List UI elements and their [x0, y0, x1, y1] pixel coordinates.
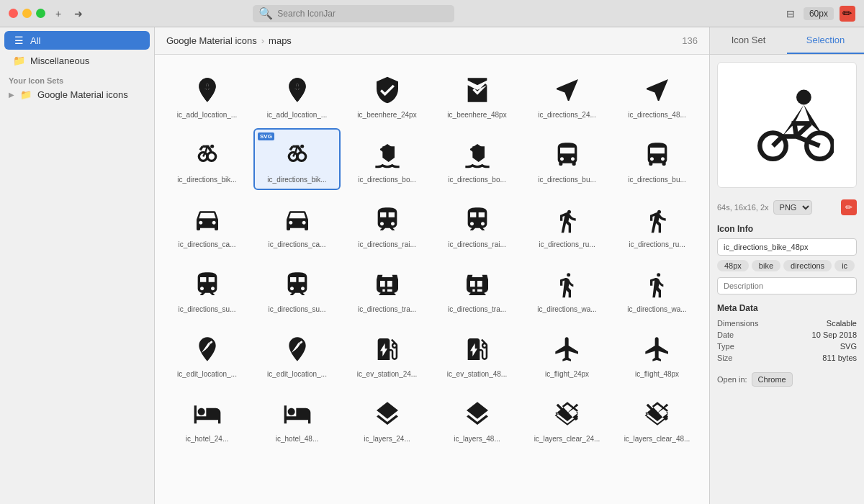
close-button[interactable] [9, 9, 18, 18]
tag[interactable]: bike [752, 260, 780, 271]
icon-image [279, 72, 315, 108]
tag[interactable]: 48px [717, 260, 749, 271]
icon-label: ic_directions_tra... [448, 305, 506, 314]
icon-image [459, 331, 495, 367]
svg-point-5 [300, 145, 304, 148]
svg-point-9 [657, 273, 660, 276]
search-bar[interactable]: 🔍 [253, 5, 454, 22]
meta-row: TypeSVG [717, 341, 857, 352]
list-item[interactable]: ic_edit_location_... [163, 323, 251, 384]
sidebar-item-all[interactable]: ☰ All [4, 31, 150, 50]
icon-label: ic_directions_tra... [358, 305, 416, 314]
list-item[interactable]: ic_layers_48... [433, 387, 521, 449]
panel-tabs: Icon Set Selection [710, 27, 864, 55]
add-tab-button[interactable]: + [51, 6, 66, 21]
list-item[interactable]: ic_ev_station_48... [433, 323, 521, 384]
folder-icon: 📁 [13, 55, 24, 66]
list-item[interactable]: ic_flight_24px [523, 323, 611, 384]
list-item[interactable]: ic_directions_ca... [163, 193, 251, 255]
icon-label: ic_directions_bik... [177, 176, 236, 184]
list-item[interactable]: ic_directions_bo... [433, 128, 521, 190]
list-item[interactable]: ic_directions_ru... [523, 193, 611, 255]
icon-image [189, 137, 225, 173]
list-item[interactable]: ic_beenhere_48px [433, 63, 521, 125]
list-item[interactable]: ic_add_location_... [163, 63, 251, 125]
list-item[interactable]: ic_layers_clear_24... [523, 387, 611, 449]
edit-icon: ✏ [845, 202, 852, 212]
icon-label: ic_directions_bik... [267, 176, 326, 184]
filter-button[interactable]: ⊟ [783, 6, 798, 21]
meta-key: Date [717, 330, 734, 339]
icon-label: ic_hotel_24... [186, 435, 229, 444]
meta-key: Dimensions [717, 319, 758, 328]
icon-image [369, 137, 405, 173]
icon-image [189, 72, 225, 108]
icon-label: ic_directions_bo... [448, 176, 506, 184]
icon-label: ic_beenhere_48px [447, 111, 506, 120]
breadcrumb-parent[interactable]: Google Material icons [166, 35, 257, 46]
list-item[interactable]: ic_directions_bu... [613, 128, 701, 190]
svg-point-3 [297, 153, 306, 161]
list-item[interactable]: ic_directions_tra... [343, 258, 431, 320]
list-item[interactable]: ic_directions_48... [613, 63, 701, 125]
list-item[interactable]: ic_directions_wa... [613, 258, 701, 320]
edit-button[interactable]: ✏ [840, 6, 855, 22]
icon-image [639, 331, 675, 367]
list-item[interactable]: ic_directions_tra... [433, 258, 521, 320]
list-item[interactable]: ic_directions_24... [523, 63, 611, 125]
icon-label: ic_add_location_... [177, 111, 237, 120]
icon-label: ic_layers_48... [454, 435, 500, 444]
list-item[interactable]: SVGic_directions_bik... [253, 128, 341, 190]
tab-selection[interactable]: Selection [787, 27, 864, 54]
list-item[interactable]: ic_directions_wa... [523, 258, 611, 320]
sidebar-item-google-material[interactable]: ▶ 📁 Google Material icons [0, 86, 154, 103]
icon-info-section: Icon Info ic_directions_bike_48px 48pxbi… [710, 220, 864, 299]
icon-label: ic_directions_bu... [538, 176, 596, 184]
nav-button[interactable]: ➜ [71, 6, 86, 21]
export-edit-button[interactable]: ✏ [841, 199, 857, 215]
sidebar-misc-label: Miscellaneous [30, 55, 89, 66]
list-item[interactable]: ic_directions_su... [163, 258, 251, 320]
list-item[interactable]: ic_layers_clear_48... [613, 387, 701, 449]
tab-icon-set[interactable]: Icon Set [710, 27, 787, 54]
sidebar-item-miscellaneous[interactable]: 📁 Miscellaneous [4, 51, 150, 70]
svg-point-10 [796, 89, 811, 104]
icon-label: ic_directions_24... [538, 111, 596, 120]
description-input[interactable] [717, 277, 857, 294]
meta-value: Scalable [827, 319, 857, 328]
icon-label: ic_add_location_... [267, 111, 327, 120]
tag[interactable]: directions [783, 260, 832, 271]
icon-label: ic_directions_ru... [629, 240, 685, 249]
tag[interactable]: ic [834, 260, 855, 271]
list-item[interactable]: ic_directions_su... [253, 258, 341, 320]
list-item[interactable]: ic_ev_station_24... [343, 323, 431, 384]
list-item[interactable]: ic_directions_rai... [343, 193, 431, 255]
icon-label: ic_directions_bo... [358, 176, 416, 184]
icon-image [549, 331, 585, 367]
list-item[interactable]: ic_hotel_24... [163, 387, 251, 449]
list-item[interactable]: ic_edit_location_... [253, 323, 341, 384]
icon-grid: ic_add_location_...ic_add_location_...ic… [155, 55, 709, 504]
list-item[interactable]: ic_directions_ca... [253, 193, 341, 255]
google-material-label: Google Material icons [37, 89, 128, 100]
list-item[interactable]: ic_directions_bik... [163, 128, 251, 190]
pencil-icon: ✏ [842, 6, 852, 20]
list-item[interactable]: ic_beenhere_24px [343, 63, 431, 125]
list-item[interactable]: ic_directions_bo... [343, 128, 431, 190]
list-item[interactable]: ic_directions_bu... [523, 128, 611, 190]
list-item[interactable]: ic_directions_ru... [613, 193, 701, 255]
icon-label: ic_directions_ca... [268, 240, 325, 249]
titlebar-right: ⊟ 60px ✏ [783, 6, 855, 22]
icon-label: ic_flight_24px [545, 370, 589, 379]
list-item[interactable]: ic_add_location_... [253, 63, 341, 125]
maximize-button[interactable] [36, 9, 45, 18]
list-item[interactable]: ic_directions_rai... [433, 193, 521, 255]
breadcrumb-separator: › [261, 35, 264, 46]
format-select[interactable]: PNG [773, 200, 812, 215]
list-item[interactable]: ic_layers_24... [343, 387, 431, 449]
search-input[interactable] [277, 9, 449, 19]
open-in-button[interactable]: Chrome [752, 372, 793, 387]
minimize-button[interactable] [22, 9, 32, 18]
list-item[interactable]: ic_flight_48px [613, 323, 701, 384]
list-item[interactable]: ic_hotel_48... [253, 387, 341, 449]
